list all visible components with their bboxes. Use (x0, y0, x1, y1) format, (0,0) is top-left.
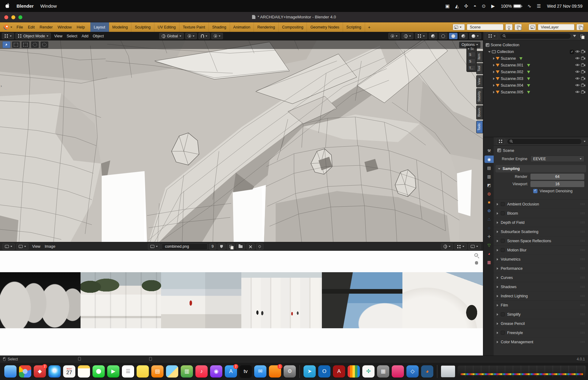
outliner-row[interactable]: Suzanne.003 (483, 75, 588, 82)
dock-icon[interactable]: ☰ (122, 365, 134, 378)
properties-section[interactable]: Curves ∷∷ (494, 273, 588, 282)
properties-tab[interactable]: ⚙ (484, 207, 494, 214)
shading-solid-button[interactable] (449, 33, 458, 39)
gizmos-dropdown[interactable] (401, 33, 413, 39)
properties-section[interactable]: Simplify ∷∷ (494, 310, 588, 319)
dock-icon[interactable]: ✦ (48, 365, 61, 378)
new-collection-button[interactable] (578, 33, 586, 39)
new-image-button[interactable] (227, 243, 235, 250)
drag-grip-icon[interactable]: ∷∷ (580, 230, 585, 233)
disable-in-render-toggle[interactable] (581, 83, 586, 88)
expand-arrow-icon[interactable] (493, 91, 495, 93)
sidebar-tab[interactable]: View (476, 75, 483, 88)
select-mode-box[interactable] (21, 41, 29, 48)
drag-grip-icon[interactable]: ∷∷ (580, 340, 585, 344)
collection-checkbox[interactable] (570, 50, 574, 54)
viewport-menu-item[interactable]: View (52, 34, 65, 38)
viewport-menu-item[interactable]: Add (80, 34, 91, 38)
properties-tab[interactable]: ▦ (484, 258, 494, 266)
menubar-status-icon[interactable]: ▣ (445, 3, 450, 9)
dock-icon[interactable]: ⚙ (284, 365, 296, 378)
drag-grip-icon[interactable]: ∷∷ (580, 248, 585, 252)
drag-grip-icon[interactable]: ∷∷ (580, 239, 585, 243)
section-checkbox[interactable] (501, 211, 505, 215)
toolbar-expand-arrow-icon[interactable]: › (1, 84, 2, 88)
viewport-samples-field[interactable]: 16 (530, 181, 584, 187)
pin-image-button[interactable] (256, 243, 263, 250)
new-viewlayer-button[interactable] (576, 24, 584, 30)
editor-type-button[interactable] (496, 138, 505, 145)
properties-section[interactable]: Ambient Occlusion ∷∷ (494, 199, 588, 209)
menubar-status-icon[interactable]: ∿ (527, 3, 531, 9)
outliner-item-label[interactable]: Suzanne.001 (501, 63, 523, 67)
proportional-edit-dropdown[interactable] (211, 33, 223, 39)
viewport-menu-item[interactable]: Select (65, 34, 80, 38)
window-preview-thumbnail[interactable] (441, 366, 455, 377)
menubar-status-icon[interactable]: ✣ (464, 3, 468, 9)
hide-in-viewport-toggle[interactable] (575, 77, 580, 81)
sidebar-mini-field[interactable]: T... (468, 65, 476, 71)
xray-toggle[interactable] (429, 33, 437, 39)
expand-arrow-icon[interactable] (493, 71, 495, 73)
menubar-status-icon[interactable]: ▶ (491, 3, 495, 9)
expand-arrow-icon[interactable] (493, 84, 495, 87)
workspace-tab[interactable]: Animation (230, 22, 254, 32)
properties-tab[interactable]: ◕ (484, 250, 494, 257)
section-checkbox[interactable] (501, 248, 505, 252)
topbar-menu-item[interactable]: File (14, 25, 25, 29)
hide-in-viewport-toggle[interactable] (575, 90, 580, 95)
pin-scene-button[interactable] (505, 24, 513, 30)
dock-icon[interactable]: O (318, 365, 330, 378)
dock-icon[interactable] (78, 365, 90, 378)
hide-in-viewport-toggle[interactable] (575, 50, 580, 54)
workspace-tab[interactable]: Geometry Nodes (307, 22, 343, 32)
topbar-menu-item[interactable]: Help (74, 25, 87, 29)
breadcrumb-label[interactable]: Scene (503, 148, 514, 153)
editor-corner-icon[interactable] (78, 357, 81, 361)
zoom-icon[interactable] (474, 253, 478, 257)
dock-icon[interactable]: ◕ (421, 365, 433, 378)
image-editor-menu-item[interactable]: View (30, 244, 43, 249)
apple-menu-icon[interactable] (6, 3, 10, 9)
channels-dropdown[interactable] (468, 243, 481, 250)
add-workspace-button[interactable]: + (365, 25, 374, 30)
properties-tab[interactable]: ▤ (484, 164, 494, 171)
workspace-tab[interactable]: Shading (209, 22, 230, 32)
filter-icon[interactable] (573, 35, 576, 37)
properties-section[interactable]: Volumetrics ∷∷ (494, 254, 588, 264)
viewlayer-browse-button[interactable] (529, 24, 536, 30)
topbar-menu-item[interactable]: Render (37, 25, 55, 29)
dock-icon[interactable] (19, 365, 31, 378)
active-tool-button[interactable] (2, 41, 10, 48)
pan-hand-icon[interactable] (474, 260, 479, 265)
editor-type-button[interactable] (2, 33, 14, 39)
disable-in-render-toggle[interactable] (581, 63, 586, 68)
properties-tab[interactable]: ▥ (484, 173, 494, 180)
drag-grip-icon[interactable]: ∷∷ (580, 331, 585, 334)
menubar-status-icon[interactable]: ⊙ (482, 3, 486, 9)
select-mode-circle[interactable] (31, 41, 39, 48)
outliner-item-label[interactable]: Suzanne.003 (501, 77, 523, 81)
battery-indicator[interactable]: 100% (501, 4, 521, 9)
properties-section[interactable]: Film ∷∷ (494, 300, 588, 310)
dock-icon[interactable]: ▶ (107, 365, 119, 378)
disable-in-render-toggle[interactable] (581, 70, 586, 74)
new-scene-button[interactable] (514, 24, 522, 30)
render-engine-dropdown[interactable]: EEVEE (530, 156, 584, 162)
dock-icon[interactable] (92, 365, 105, 378)
dock-icon[interactable]: A 2 (225, 365, 237, 378)
editor-corner-icon[interactable] (149, 357, 152, 361)
image-users-button[interactable]: 9 (209, 243, 216, 250)
topbar-menu-item[interactable]: Window (55, 25, 74, 29)
dock-icon[interactable]: NOV 27 (63, 365, 75, 378)
display-mode-dropdown[interactable] (16, 243, 28, 250)
minimized-window-thumbnail[interactable] (458, 366, 586, 377)
menubar-window-menu[interactable]: Window (40, 3, 57, 9)
drag-grip-icon[interactable]: ∷∷ (580, 303, 585, 307)
sidebar-tab[interactable]: Stability (476, 88, 483, 104)
dock-icon[interactable] (166, 365, 178, 378)
topbar-menu-item[interactable]: Edit (25, 25, 37, 29)
dock-icon[interactable] (137, 365, 149, 378)
properties-section[interactable]: Screen Space Reflections ∷∷ (494, 236, 588, 245)
hide-in-viewport-toggle[interactable] (575, 63, 580, 68)
